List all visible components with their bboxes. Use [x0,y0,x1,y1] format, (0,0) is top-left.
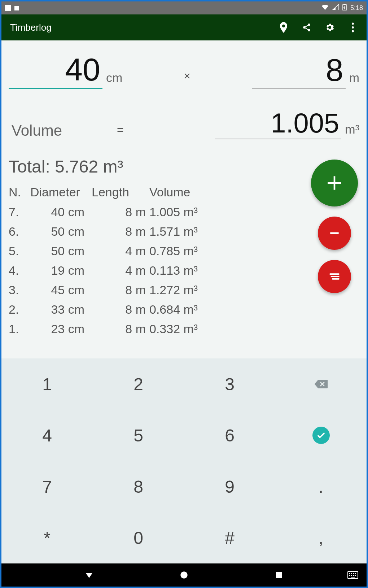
table-header-n: N. [9,185,30,199]
volume-value: 1.005 [215,107,341,139]
diameter-value[interactable]: 40 [9,51,102,89]
key-9[interactable]: 9 [184,461,275,512]
key-dot[interactable]: . [275,461,367,512]
cell-diameter: 50 cm [30,222,92,241]
cell-volume: 1.005 m³ [149,202,222,222]
table-header-diameter: Diameter [30,185,92,199]
notification-icon [14,6,19,10]
key-backspace[interactable] [275,358,367,410]
svg-point-7 [352,30,354,32]
cell-length: 8 m [92,280,149,300]
cell-length: 8 m [92,202,149,222]
table-row: 1.23 cm8 m0.332 m³ [9,319,359,339]
app-bar: Timberlog [1,14,367,40]
clock-text: 5:18 [350,4,363,12]
cell-n: 6. [9,222,30,241]
cell-n: 1. [9,319,30,339]
cell-length: 4 m [92,261,149,280]
cell-diameter: 23 cm [30,319,92,339]
svg-point-3 [303,26,306,29]
notification-icon [5,5,11,11]
cell-n: 2. [9,300,30,319]
signal-icon [332,4,339,12]
cell-length: 8 m [92,300,149,319]
key-1[interactable]: 1 [1,358,93,410]
table-row: 5.50 cm4 m0.785 m³ [9,241,359,261]
volume-unit: m³ [341,122,359,139]
cell-n: 7. [9,202,30,222]
volume-label: Volume [9,122,117,139]
cell-volume: 1.571 m³ [149,222,222,241]
key-comma[interactable]: , [275,512,367,563]
gear-icon[interactable] [325,22,335,32]
cell-diameter: 50 cm [30,241,92,261]
total-text: Total: 5.762 m³ [9,157,359,177]
app-title: Timberlog [10,22,279,33]
svg-rect-1 [344,4,345,5]
cell-diameter: 19 cm [30,261,92,280]
location-icon[interactable] [279,22,289,32]
svg-point-8 [180,571,188,579]
cell-volume: 1.272 m³ [149,280,222,300]
key-enter[interactable] [275,410,367,461]
cell-diameter: 40 cm [30,202,92,222]
share-icon[interactable] [302,22,312,32]
overflow-menu-icon[interactable] [348,22,358,32]
main-content: 40 cm × 8 m Volume = 1.005 m³ Total: 5.7… [1,40,367,358]
length-unit: m [346,71,359,89]
table-header-volume: Volume [149,185,222,199]
cell-length: 8 m [92,222,149,241]
key-5[interactable]: 5 [93,410,184,461]
key-7[interactable]: 7 [1,461,93,512]
remove-button[interactable] [318,217,351,250]
key-2[interactable]: 2 [93,358,184,410]
list-button[interactable] [318,260,351,293]
svg-point-6 [352,26,354,29]
cell-diameter: 33 cm [30,300,92,319]
equals-symbol: = [117,123,139,139]
table-header-length: Length [92,185,149,199]
log-table: N. Diameter Length Volume 7.40 cm8 m1.00… [9,185,359,339]
cell-n: 4. [9,261,30,280]
cell-diameter: 45 cm [30,280,92,300]
key-6[interactable]: 6 [184,410,275,461]
diameter-unit: cm [102,71,122,89]
add-button[interactable] [311,160,358,206]
nav-recent-button[interactable] [272,568,286,582]
length-value[interactable]: 8 [252,52,346,89]
length-field[interactable]: 8 m [252,52,359,89]
table-row: 3.45 cm8 m1.272 m³ [9,280,359,300]
wifi-icon [321,4,329,12]
cell-n: 5. [9,241,30,261]
key-4[interactable]: 4 [1,410,93,461]
table-row: 4.19 cm4 m0.113 m³ [9,261,359,280]
android-status-bar: 5:18 [1,1,367,14]
cell-volume: 0.785 m³ [149,241,222,261]
nav-back-button[interactable] [82,568,96,582]
cell-volume: 0.332 m³ [149,319,222,339]
keyboard-switch-icon[interactable] [346,568,360,582]
svg-point-2 [308,23,310,26]
table-row: 7.40 cm8 m1.005 m³ [9,202,359,222]
cell-volume: 0.113 m³ [149,261,222,280]
cell-length: 4 m [92,241,149,261]
table-row: 2.33 cm8 m0.684 m³ [9,300,359,319]
battery-icon [342,4,347,12]
nav-home-button[interactable] [177,568,191,582]
svg-rect-9 [276,572,282,578]
cell-length: 8 m [92,319,149,339]
numeric-keypad: 1 2 3 4 5 6 7 8 9 . * 0 # , [1,358,367,563]
key-3[interactable]: 3 [184,358,275,410]
key-8[interactable]: 8 [93,461,184,512]
cell-volume: 0.684 m³ [149,300,222,319]
diameter-field[interactable]: 40 cm [9,51,122,89]
svg-point-4 [308,29,310,31]
android-nav-bar [1,563,367,587]
key-star[interactable]: * [1,512,93,563]
svg-point-5 [352,23,354,25]
key-0[interactable]: 0 [93,512,184,563]
key-hash[interactable]: # [184,512,275,563]
multiply-symbol: × [122,69,251,89]
cell-n: 3. [9,280,30,300]
table-row: 6.50 cm8 m1.571 m³ [9,222,359,241]
